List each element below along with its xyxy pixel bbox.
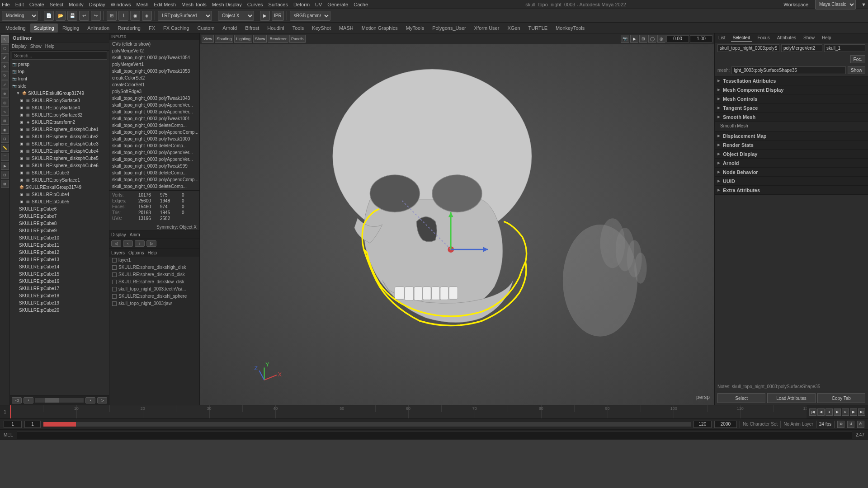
history-item-mergevert1[interactable]: polyMergeVert1 <box>109 61 199 68</box>
history-item-appendcomp1[interactable]: skull_topo_night_0003:polyAppendComp... <box>109 129 199 136</box>
mode-dropdown[interactable]: Modeling <box>2 11 38 21</box>
load-attributes-button[interactable]: Load Attributes <box>767 393 815 403</box>
extra-tool1[interactable]: ⊠ <box>1 180 9 188</box>
tab-tools[interactable]: Tools <box>289 23 308 33</box>
history-item-softedge3[interactable]: polySoftEdge3 <box>109 88 199 95</box>
frame-end-input[interactable] <box>693 421 712 428</box>
timeline-range-slider[interactable] <box>43 422 691 427</box>
menu-curves[interactable]: Curves <box>247 2 263 7</box>
time-options-btn[interactable]: ⏱ <box>857 421 864 428</box>
outliner-item-surface4[interactable]: ▣ ▤ SKULLRE:polySurface4 <box>10 104 109 111</box>
menu-surfaces[interactable]: Surfaces <box>269 2 288 7</box>
loop-btn[interactable]: ↺ <box>847 421 854 428</box>
workspace-dropdown[interactable]: Maya Classic <box>815 0 856 9</box>
outliner-item-cube6[interactable]: ▣ ▤ SKULLRE:sphere_disksphCube6 <box>10 162 109 169</box>
node-name-input[interactable] <box>717 44 779 52</box>
show-hide-tool[interactable]: ◉ <box>1 126 9 134</box>
history-item-appendcomp2[interactable]: skull_topo_night_0003:polyAppendComp... <box>109 176 199 183</box>
tab-animation[interactable]: Animation <box>84 23 113 33</box>
history-item-appendver2[interactable]: skull_topo_night_0003:polyAppendVer... <box>109 108 199 115</box>
outliner-item-pcube16[interactable]: SKULLRE:pCube16 <box>10 277 109 285</box>
frame-max-input[interactable] <box>714 421 737 428</box>
outliner-item-pcube6[interactable]: SKULLRE:pCube6 <box>10 205 109 212</box>
outliner-item-pcube12[interactable]: SKULLRE:pCube12 <box>10 249 109 256</box>
vp-xray-icon[interactable]: ◎ <box>657 35 665 43</box>
render-btn[interactable]: ▶ <box>260 11 270 21</box>
menu-generate[interactable]: Generate <box>327 2 348 7</box>
outliner-tab-display[interactable]: Display <box>12 44 27 49</box>
outliner-item-pcube14[interactable]: SKULLRE:pCube14 <box>10 263 109 270</box>
history-item-appendver3[interactable]: skull_topo_night_0003:polyAppendVer... <box>109 149 199 156</box>
nav-scrollbar[interactable] <box>35 398 84 403</box>
tab-xgen[interactable]: XGen <box>504 23 524 33</box>
outliner-item-persp[interactable]: 📷 persp <box>10 61 109 68</box>
menu-mesh-tools[interactable]: Mesh Tools <box>181 2 206 7</box>
outliner-item-cube5[interactable]: ▣ ▤ SKULLRE:sphere_disksphCube5 <box>10 155 109 162</box>
vp-panels-menu[interactable]: Panels <box>289 35 306 43</box>
section-object-display[interactable]: ▶ Object Display <box>715 150 868 159</box>
menu-uv[interactable]: UV <box>315 2 322 7</box>
menu-file[interactable]: File <box>2 2 10 7</box>
soft-mod-tool[interactable]: ◎ <box>1 99 9 107</box>
tab-xform[interactable]: Xform User <box>471 23 503 33</box>
tab-keyshot[interactable]: KeyShot <box>308 23 335 33</box>
menu-cache[interactable]: Cache <box>354 2 368 7</box>
props-show-btn[interactable]: Show <box>802 34 816 41</box>
outliner-item-transform2[interactable]: ▣ ◈ SKULLRE:transform2 <box>10 118 109 126</box>
layer-nav-end[interactable]: ▷ <box>146 240 156 247</box>
outliner-item-polysurface1[interactable]: ▣ ▤ SKULLRE:polySurface1 <box>10 176 109 183</box>
outliner-item-pcube9[interactable]: SKULLRE:pCube9 <box>10 227 109 234</box>
history-item-deletecomp2[interactable]: skull_topo_night_0003:deleteComp... <box>109 142 199 149</box>
playback-options-btn[interactable]: ⚙ <box>837 421 844 428</box>
tab-rendering[interactable]: Rendering <box>114 23 144 33</box>
select-tool[interactable]: ↖ <box>1 35 9 43</box>
nav-start-btn[interactable]: ◁ <box>12 397 22 404</box>
timeline-track[interactable]: 1102030405060708090100110120 <box>10 405 807 418</box>
snap-point-btn[interactable]: ◉ <box>130 11 140 21</box>
outliner-tab-show[interactable]: Show <box>30 44 42 49</box>
tab-monkeytools[interactable]: MonkeyTools <box>552 23 588 33</box>
outliner-item-cube4[interactable]: ▣ ▤ SKULLRE:sphere_disksphCube4 <box>10 147 109 155</box>
props-help-btn[interactable]: Help <box>820 34 833 41</box>
outliner-item-pcube3[interactable]: ▣ ▤ SKULLRE:pCube3 <box>10 169 109 176</box>
object-mode-dropdown[interactable]: Object X <box>218 11 254 21</box>
outliner-item-pcube4[interactable]: ▣ ▤ SKULLRE:pCube4 <box>10 191 109 198</box>
move-tool[interactable]: ✛ <box>1 62 9 70</box>
selection-dropdown[interactable]: LRT:polySurface1 <box>158 11 212 21</box>
section-displacement[interactable]: ▶ Displacement Map <box>715 131 868 141</box>
section-render-stats[interactable]: ▶ Render Stats <box>715 141 868 150</box>
snap-surface-btn[interactable]: ◈ <box>142 11 152 21</box>
menu-create[interactable]: Create <box>29 2 44 7</box>
section-tessellation[interactable]: ▶ Tessellation Attributes <box>715 76 868 85</box>
menu-edit-mesh[interactable]: Edit Mesh <box>154 2 176 7</box>
outliner-item-top[interactable]: 📷 top <box>10 68 109 75</box>
tab-arnold[interactable]: Arnold <box>219 23 241 33</box>
show-mesh-btn[interactable]: Show <box>848 66 865 74</box>
props-list-btn[interactable]: List <box>717 34 727 41</box>
lasso-tool[interactable]: ⬡ <box>1 44 9 52</box>
prev-btn[interactable]: ◂ <box>826 408 833 416</box>
outliner-item-skullgroup[interactable]: ▼ 📦 SKULLRE:skullGroup31749 <box>10 89 109 97</box>
outliner-item-pcube5[interactable]: ▣ ▤ SKULLRE:pCube5 <box>10 198 109 205</box>
vp-nearfar-input[interactable] <box>690 35 712 42</box>
snap-tool[interactable]: ⊡ <box>1 135 9 143</box>
menu-edit[interactable]: Edit <box>15 2 24 7</box>
menu-windows[interactable]: Windows <box>111 2 131 7</box>
paint-select-tool[interactable]: 🖌 <box>1 53 9 61</box>
next-frame-btn[interactable]: ▶ <box>850 408 857 416</box>
section-tangent[interactable]: ▶ Tangent Space <box>715 103 868 113</box>
node-name3-input[interactable] <box>824 44 865 52</box>
panel-tab-anim[interactable]: Anim <box>130 232 140 237</box>
ipr-btn[interactable]: IPR <box>272 11 284 21</box>
history-item-tweak1054[interactable]: skull_topo_night_0003:polyTweak1054 <box>109 54 199 61</box>
snap-grid-btn[interactable]: ⊞ <box>107 11 117 21</box>
prev-key-btn[interactable]: |◀ <box>809 408 816 416</box>
history-item-deletecomp3[interactable]: skull_topo_night_0003:deleteComp... <box>109 169 199 176</box>
layer-tab-layers[interactable]: Layers <box>111 250 125 255</box>
menu-mesh-display[interactable]: Mesh Display <box>212 2 242 7</box>
menu-modify[interactable]: Modify <box>69 2 83 7</box>
tab-mytools[interactable]: MyTools <box>402 23 428 33</box>
menu-deform[interactable]: Deform <box>293 2 310 7</box>
outliner-item-pcube7[interactable]: SKULLRE:pCube7 <box>10 212 109 220</box>
outliner-item-pcube10[interactable]: SKULLRE:pCube10 <box>10 234 109 241</box>
